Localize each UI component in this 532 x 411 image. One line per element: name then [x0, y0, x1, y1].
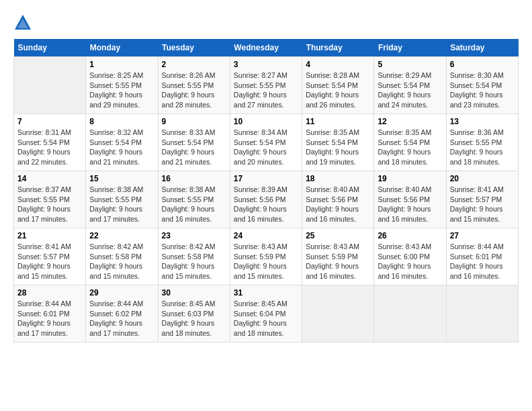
sunrise-label: Sunrise: 8:30 AM — [450, 71, 504, 79]
sunset-label: Sunset: 5:54 PM — [378, 81, 430, 89]
day-number: 16 — [162, 174, 226, 183]
sunrise-label: Sunrise: 8:34 AM — [234, 128, 287, 136]
calendar-cell: 28 Sunrise: 8:44 AM Sunset: 6:01 PM Dayl… — [14, 285, 86, 342]
calendar-cell: 15 Sunrise: 8:38 AM Sunset: 5:55 PM Dayl… — [86, 171, 158, 228]
day-info: Sunrise: 8:41 AM Sunset: 5:57 PM Dayligh… — [17, 242, 82, 281]
daylight-label: Daylight: 9 hours and 21 minutes. — [162, 148, 215, 166]
day-info: Sunrise: 8:44 AM Sunset: 6:01 PM Dayligh… — [17, 299, 82, 338]
calendar-cell — [446, 285, 518, 342]
day-info: Sunrise: 8:43 AM Sunset: 5:59 PM Dayligh… — [234, 242, 298, 281]
sunset-label: Sunset: 6:00 PM — [378, 253, 430, 261]
day-number: 6 — [450, 60, 515, 69]
weekday-header-row: SundayMondayTuesdayWednesdayThursdayFrid… — [14, 39, 519, 57]
calendar-week-row: 21 Sunrise: 8:41 AM Sunset: 5:57 PM Dayl… — [14, 228, 519, 285]
sunrise-label: Sunrise: 8:40 AM — [306, 185, 359, 193]
daylight-label: Daylight: 9 hours and 16 minutes. — [378, 262, 431, 280]
daylight-label: Daylight: 9 hours and 15 minutes. — [17, 262, 71, 280]
weekday-header-thursday: Thursday — [302, 39, 374, 57]
calendar-cell: 10 Sunrise: 8:34 AM Sunset: 5:54 PM Dayl… — [230, 114, 302, 171]
day-info: Sunrise: 8:35 AM Sunset: 5:54 PM Dayligh… — [378, 128, 442, 167]
sunrise-label: Sunrise: 8:32 AM — [89, 128, 143, 136]
daylight-label: Daylight: 9 hours and 16 minutes. — [450, 262, 503, 280]
day-number: 30 — [162, 288, 226, 298]
weekday-header-friday: Friday — [374, 39, 446, 57]
sunset-label: Sunset: 5:56 PM — [378, 195, 430, 203]
sunrise-label: Sunrise: 8:44 AM — [17, 300, 71, 308]
sunrise-label: Sunrise: 8:45 AM — [234, 300, 287, 308]
sunset-label: Sunset: 5:54 PM — [162, 138, 214, 146]
day-info: Sunrise: 8:35 AM Sunset: 5:54 PM Dayligh… — [306, 128, 370, 167]
daylight-label: Daylight: 9 hours and 22 minutes. — [17, 148, 71, 166]
day-number: 11 — [306, 117, 370, 126]
weekday-header-wednesday: Wednesday — [230, 39, 302, 57]
daylight-label: Daylight: 9 hours and 15 minutes. — [234, 262, 287, 280]
sunset-label: Sunset: 5:57 PM — [17, 253, 70, 261]
daylight-label: Daylight: 9 hours and 16 minutes. — [234, 205, 287, 223]
sunset-label: Sunset: 5:56 PM — [306, 195, 358, 203]
sunset-label: Sunset: 5:54 PM — [234, 138, 286, 146]
daylight-label: Daylight: 9 hours and 16 minutes. — [306, 205, 359, 223]
calendar-cell — [302, 285, 374, 342]
calendar-cell: 9 Sunrise: 8:33 AM Sunset: 5:54 PM Dayli… — [158, 114, 230, 171]
sunset-label: Sunset: 5:55 PM — [450, 138, 502, 146]
day-info: Sunrise: 8:45 AM Sunset: 6:04 PM Dayligh… — [234, 299, 298, 338]
day-info: Sunrise: 8:28 AM Sunset: 5:54 PM Dayligh… — [306, 71, 370, 110]
sunset-label: Sunset: 6:02 PM — [89, 310, 142, 318]
weekday-header-monday: Monday — [86, 39, 158, 57]
sunrise-label: Sunrise: 8:43 AM — [378, 242, 431, 250]
sunset-label: Sunset: 6:03 PM — [162, 310, 214, 318]
sunrise-label: Sunrise: 8:44 AM — [450, 242, 504, 250]
calendar-cell: 7 Sunrise: 8:31 AM Sunset: 5:54 PM Dayli… — [14, 114, 86, 171]
day-number: 20 — [450, 174, 515, 183]
sunset-label: Sunset: 5:54 PM — [306, 81, 358, 89]
calendar-cell — [14, 57, 86, 114]
day-number: 22 — [89, 231, 154, 240]
day-info: Sunrise: 8:29 AM Sunset: 5:54 PM Dayligh… — [378, 71, 442, 110]
day-number: 31 — [234, 288, 298, 298]
sunrise-label: Sunrise: 8:43 AM — [234, 242, 287, 250]
day-info: Sunrise: 8:36 AM Sunset: 5:55 PM Dayligh… — [450, 128, 515, 167]
daylight-label: Daylight: 9 hours and 18 minutes. — [450, 148, 503, 166]
calendar-cell: 18 Sunrise: 8:40 AM Sunset: 5:56 PM Dayl… — [302, 171, 374, 228]
day-info: Sunrise: 8:38 AM Sunset: 5:55 PM Dayligh… — [162, 185, 226, 224]
calendar-week-row: 7 Sunrise: 8:31 AM Sunset: 5:54 PM Dayli… — [14, 114, 519, 171]
day-info: Sunrise: 8:44 AM Sunset: 6:02 PM Dayligh… — [89, 299, 154, 338]
calendar-cell: 31 Sunrise: 8:45 AM Sunset: 6:04 PM Dayl… — [230, 285, 302, 342]
sunrise-label: Sunrise: 8:42 AM — [162, 242, 216, 250]
calendar-cell: 4 Sunrise: 8:28 AM Sunset: 5:54 PM Dayli… — [302, 57, 374, 114]
day-info: Sunrise: 8:27 AM Sunset: 5:55 PM Dayligh… — [234, 71, 298, 110]
logo-icon — [13, 13, 32, 32]
day-info: Sunrise: 8:39 AM Sunset: 5:56 PM Dayligh… — [234, 185, 298, 224]
sunset-label: Sunset: 5:55 PM — [162, 81, 214, 89]
day-number: 17 — [234, 174, 298, 183]
day-number: 29 — [89, 288, 154, 298]
calendar-cell: 12 Sunrise: 8:35 AM Sunset: 5:54 PM Dayl… — [374, 114, 446, 171]
day-info: Sunrise: 8:40 AM Sunset: 5:56 PM Dayligh… — [306, 185, 370, 224]
sunset-label: Sunset: 6:01 PM — [17, 310, 70, 318]
day-info: Sunrise: 8:25 AM Sunset: 5:55 PM Dayligh… — [89, 71, 154, 110]
sunset-label: Sunset: 5:58 PM — [162, 253, 214, 261]
calendar-cell: 2 Sunrise: 8:26 AM Sunset: 5:55 PM Dayli… — [158, 57, 230, 114]
calendar-cell: 13 Sunrise: 8:36 AM Sunset: 5:55 PM Dayl… — [446, 114, 518, 171]
weekday-header-saturday: Saturday — [446, 39, 518, 57]
daylight-label: Daylight: 9 hours and 24 minutes. — [378, 91, 431, 109]
day-number: 15 — [89, 174, 154, 183]
day-number: 7 — [17, 117, 82, 126]
daylight-label: Daylight: 9 hours and 16 minutes. — [378, 205, 431, 223]
sunrise-label: Sunrise: 8:38 AM — [162, 185, 216, 193]
daylight-label: Daylight: 9 hours and 23 minutes. — [450, 91, 503, 109]
day-number: 4 — [306, 60, 370, 69]
sunset-label: Sunset: 5:55 PM — [89, 195, 142, 203]
calendar-cell: 11 Sunrise: 8:35 AM Sunset: 5:54 PM Dayl… — [302, 114, 374, 171]
sunrise-label: Sunrise: 8:40 AM — [378, 185, 431, 193]
daylight-label: Daylight: 9 hours and 26 minutes. — [306, 91, 359, 109]
sunrise-label: Sunrise: 8:25 AM — [89, 71, 143, 79]
calendar-week-row: 28 Sunrise: 8:44 AM Sunset: 6:01 PM Dayl… — [14, 285, 519, 342]
sunrise-label: Sunrise: 8:37 AM — [17, 185, 71, 193]
day-info: Sunrise: 8:37 AM Sunset: 5:55 PM Dayligh… — [17, 185, 82, 224]
daylight-label: Daylight: 9 hours and 21 minutes. — [89, 148, 142, 166]
calendar-cell — [374, 285, 446, 342]
day-info: Sunrise: 8:33 AM Sunset: 5:54 PM Dayligh… — [162, 128, 226, 167]
day-info: Sunrise: 8:26 AM Sunset: 5:55 PM Dayligh… — [162, 71, 226, 110]
calendar-cell: 8 Sunrise: 8:32 AM Sunset: 5:54 PM Dayli… — [86, 114, 158, 171]
